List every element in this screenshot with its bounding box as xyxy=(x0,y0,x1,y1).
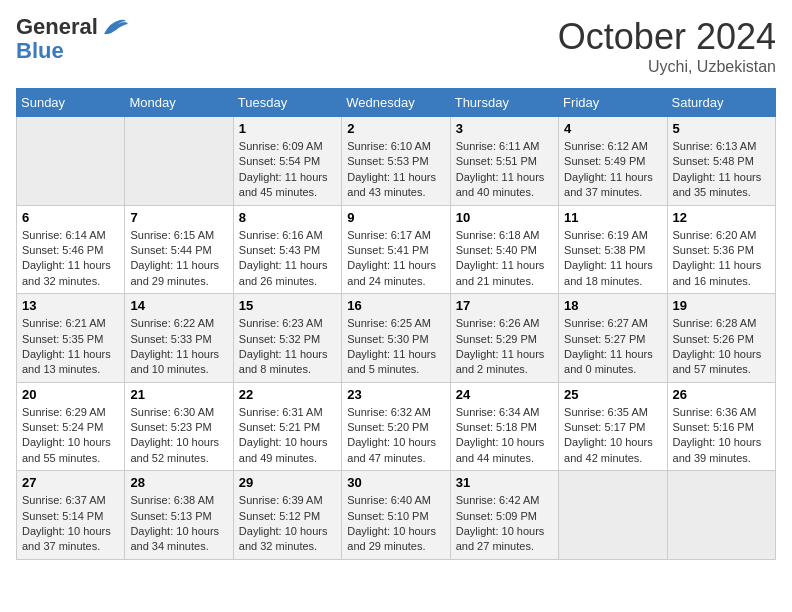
calendar-day-cell: 23Sunrise: 6:32 AMSunset: 5:20 PMDayligh… xyxy=(342,382,450,471)
day-number: 2 xyxy=(347,121,444,136)
day-info: Sunrise: 6:20 AMSunset: 5:36 PMDaylight:… xyxy=(673,228,770,290)
calendar-header-row: SundayMondayTuesdayWednesdayThursdayFrid… xyxy=(17,89,776,117)
day-info: Sunrise: 6:39 AMSunset: 5:12 PMDaylight:… xyxy=(239,493,336,555)
day-info: Sunrise: 6:14 AMSunset: 5:46 PMDaylight:… xyxy=(22,228,119,290)
day-number: 10 xyxy=(456,210,553,225)
day-info: Sunrise: 6:09 AMSunset: 5:54 PMDaylight:… xyxy=(239,139,336,201)
calendar-day-cell: 9Sunrise: 6:17 AMSunset: 5:41 PMDaylight… xyxy=(342,205,450,294)
day-info: Sunrise: 6:28 AMSunset: 5:26 PMDaylight:… xyxy=(673,316,770,378)
day-info: Sunrise: 6:21 AMSunset: 5:35 PMDaylight:… xyxy=(22,316,119,378)
day-number: 3 xyxy=(456,121,553,136)
calendar-day-cell: 21Sunrise: 6:30 AMSunset: 5:23 PMDayligh… xyxy=(125,382,233,471)
calendar-day-cell: 10Sunrise: 6:18 AMSunset: 5:40 PMDayligh… xyxy=(450,205,558,294)
calendar-day-cell: 12Sunrise: 6:20 AMSunset: 5:36 PMDayligh… xyxy=(667,205,775,294)
day-info: Sunrise: 6:25 AMSunset: 5:30 PMDaylight:… xyxy=(347,316,444,378)
day-number: 9 xyxy=(347,210,444,225)
day-number: 22 xyxy=(239,387,336,402)
logo: General Blue xyxy=(16,16,128,64)
calendar-day-cell: 16Sunrise: 6:25 AMSunset: 5:30 PMDayligh… xyxy=(342,294,450,383)
calendar-day-cell: 29Sunrise: 6:39 AMSunset: 5:12 PMDayligh… xyxy=(233,471,341,560)
day-number: 16 xyxy=(347,298,444,313)
day-number: 17 xyxy=(456,298,553,313)
day-info: Sunrise: 6:31 AMSunset: 5:21 PMDaylight:… xyxy=(239,405,336,467)
day-number: 18 xyxy=(564,298,661,313)
calendar-week-row: 1Sunrise: 6:09 AMSunset: 5:54 PMDaylight… xyxy=(17,117,776,206)
day-number: 21 xyxy=(130,387,227,402)
calendar-day-cell: 4Sunrise: 6:12 AMSunset: 5:49 PMDaylight… xyxy=(559,117,667,206)
calendar-day-cell: 13Sunrise: 6:21 AMSunset: 5:35 PMDayligh… xyxy=(17,294,125,383)
calendar-day-cell: 18Sunrise: 6:27 AMSunset: 5:27 PMDayligh… xyxy=(559,294,667,383)
day-info: Sunrise: 6:18 AMSunset: 5:40 PMDaylight:… xyxy=(456,228,553,290)
day-info: Sunrise: 6:30 AMSunset: 5:23 PMDaylight:… xyxy=(130,405,227,467)
day-info: Sunrise: 6:15 AMSunset: 5:44 PMDaylight:… xyxy=(130,228,227,290)
day-number: 29 xyxy=(239,475,336,490)
day-info: Sunrise: 6:34 AMSunset: 5:18 PMDaylight:… xyxy=(456,405,553,467)
calendar-day-cell: 3Sunrise: 6:11 AMSunset: 5:51 PMDaylight… xyxy=(450,117,558,206)
day-number: 15 xyxy=(239,298,336,313)
day-info: Sunrise: 6:37 AMSunset: 5:14 PMDaylight:… xyxy=(22,493,119,555)
calendar-day-cell: 30Sunrise: 6:40 AMSunset: 5:10 PMDayligh… xyxy=(342,471,450,560)
day-number: 30 xyxy=(347,475,444,490)
weekday-header: Tuesday xyxy=(233,89,341,117)
calendar-week-row: 20Sunrise: 6:29 AMSunset: 5:24 PMDayligh… xyxy=(17,382,776,471)
calendar-week-row: 6Sunrise: 6:14 AMSunset: 5:46 PMDaylight… xyxy=(17,205,776,294)
day-info: Sunrise: 6:11 AMSunset: 5:51 PMDaylight:… xyxy=(456,139,553,201)
logo-blue: Blue xyxy=(16,38,64,64)
calendar-day-cell: 15Sunrise: 6:23 AMSunset: 5:32 PMDayligh… xyxy=(233,294,341,383)
weekday-header: Saturday xyxy=(667,89,775,117)
day-info: Sunrise: 6:10 AMSunset: 5:53 PMDaylight:… xyxy=(347,139,444,201)
calendar-day-cell: 2Sunrise: 6:10 AMSunset: 5:53 PMDaylight… xyxy=(342,117,450,206)
day-info: Sunrise: 6:17 AMSunset: 5:41 PMDaylight:… xyxy=(347,228,444,290)
calendar-day-cell: 14Sunrise: 6:22 AMSunset: 5:33 PMDayligh… xyxy=(125,294,233,383)
calendar-day-cell xyxy=(125,117,233,206)
calendar-day-cell: 20Sunrise: 6:29 AMSunset: 5:24 PMDayligh… xyxy=(17,382,125,471)
calendar-day-cell: 1Sunrise: 6:09 AMSunset: 5:54 PMDaylight… xyxy=(233,117,341,206)
calendar-day-cell: 7Sunrise: 6:15 AMSunset: 5:44 PMDaylight… xyxy=(125,205,233,294)
day-number: 11 xyxy=(564,210,661,225)
calendar-day-cell: 8Sunrise: 6:16 AMSunset: 5:43 PMDaylight… xyxy=(233,205,341,294)
day-info: Sunrise: 6:12 AMSunset: 5:49 PMDaylight:… xyxy=(564,139,661,201)
day-number: 26 xyxy=(673,387,770,402)
weekday-header: Thursday xyxy=(450,89,558,117)
weekday-header: Monday xyxy=(125,89,233,117)
calendar-week-row: 13Sunrise: 6:21 AMSunset: 5:35 PMDayligh… xyxy=(17,294,776,383)
day-number: 14 xyxy=(130,298,227,313)
day-number: 20 xyxy=(22,387,119,402)
day-number: 27 xyxy=(22,475,119,490)
day-info: Sunrise: 6:36 AMSunset: 5:16 PMDaylight:… xyxy=(673,405,770,467)
day-info: Sunrise: 6:42 AMSunset: 5:09 PMDaylight:… xyxy=(456,493,553,555)
day-number: 6 xyxy=(22,210,119,225)
calendar-day-cell: 6Sunrise: 6:14 AMSunset: 5:46 PMDaylight… xyxy=(17,205,125,294)
day-number: 31 xyxy=(456,475,553,490)
calendar-day-cell: 25Sunrise: 6:35 AMSunset: 5:17 PMDayligh… xyxy=(559,382,667,471)
title-block: October 2024 Uychi, Uzbekistan xyxy=(558,16,776,76)
day-info: Sunrise: 6:38 AMSunset: 5:13 PMDaylight:… xyxy=(130,493,227,555)
calendar-day-cell xyxy=(559,471,667,560)
calendar-day-cell: 5Sunrise: 6:13 AMSunset: 5:48 PMDaylight… xyxy=(667,117,775,206)
logo-bird-icon xyxy=(100,16,128,38)
weekday-header: Sunday xyxy=(17,89,125,117)
calendar-day-cell: 26Sunrise: 6:36 AMSunset: 5:16 PMDayligh… xyxy=(667,382,775,471)
location: Uychi, Uzbekistan xyxy=(558,58,776,76)
month-title: October 2024 xyxy=(558,16,776,58)
calendar-week-row: 27Sunrise: 6:37 AMSunset: 5:14 PMDayligh… xyxy=(17,471,776,560)
day-info: Sunrise: 6:40 AMSunset: 5:10 PMDaylight:… xyxy=(347,493,444,555)
day-info: Sunrise: 6:35 AMSunset: 5:17 PMDaylight:… xyxy=(564,405,661,467)
calendar-day-cell xyxy=(667,471,775,560)
calendar-day-cell: 28Sunrise: 6:38 AMSunset: 5:13 PMDayligh… xyxy=(125,471,233,560)
day-number: 5 xyxy=(673,121,770,136)
calendar-day-cell: 31Sunrise: 6:42 AMSunset: 5:09 PMDayligh… xyxy=(450,471,558,560)
day-info: Sunrise: 6:29 AMSunset: 5:24 PMDaylight:… xyxy=(22,405,119,467)
calendar-table: SundayMondayTuesdayWednesdayThursdayFrid… xyxy=(16,88,776,560)
calendar-day-cell: 11Sunrise: 6:19 AMSunset: 5:38 PMDayligh… xyxy=(559,205,667,294)
day-number: 1 xyxy=(239,121,336,136)
day-number: 8 xyxy=(239,210,336,225)
day-number: 7 xyxy=(130,210,227,225)
calendar-day-cell: 17Sunrise: 6:26 AMSunset: 5:29 PMDayligh… xyxy=(450,294,558,383)
weekday-header: Friday xyxy=(559,89,667,117)
day-number: 24 xyxy=(456,387,553,402)
day-info: Sunrise: 6:32 AMSunset: 5:20 PMDaylight:… xyxy=(347,405,444,467)
calendar-day-cell: 22Sunrise: 6:31 AMSunset: 5:21 PMDayligh… xyxy=(233,382,341,471)
day-info: Sunrise: 6:27 AMSunset: 5:27 PMDaylight:… xyxy=(564,316,661,378)
logo-general: General xyxy=(16,16,98,38)
